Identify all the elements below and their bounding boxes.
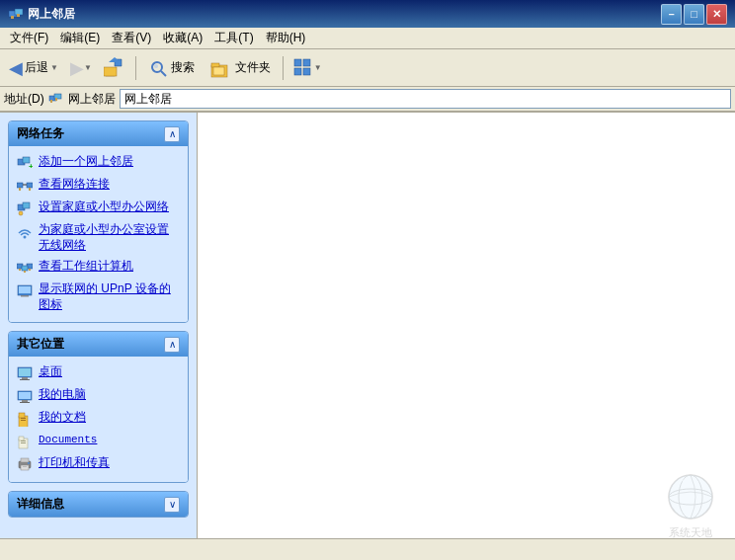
- svg-rect-38: [29, 269, 31, 271]
- svg-rect-13: [213, 67, 224, 75]
- list-item[interactable]: 我的电脑: [13, 385, 184, 406]
- svg-rect-14: [294, 59, 301, 66]
- view-dropdown-icon[interactable]: ▼: [314, 63, 322, 72]
- menu-favorites[interactable]: 收藏(A): [157, 28, 208, 48]
- panel-other-places-header[interactable]: 其它位置 ∧: [9, 332, 188, 357]
- wireless-icon: [17, 223, 33, 239]
- watermark-globe-icon: [666, 472, 715, 521]
- address-network-icon: [48, 91, 64, 107]
- menu-file[interactable]: 文件(F): [4, 28, 54, 48]
- search-button[interactable]: 搜索: [141, 53, 202, 83]
- view-connections-icon: [17, 178, 33, 194]
- menu-help[interactable]: 帮助(H): [260, 28, 312, 48]
- toolbar: ◀ 后退 ▼ ▶ ▼ 搜索 文件夹: [0, 49, 735, 87]
- back-label: 后退: [25, 59, 48, 76]
- svg-rect-28: [19, 188, 21, 191]
- setup-network-icon: [17, 200, 33, 216]
- panel-details-header[interactable]: 详细信息 ∨: [9, 492, 188, 517]
- list-item[interactable]: 为家庭或小型办公室设置无线网络: [13, 220, 184, 255]
- svg-rect-53: [21, 418, 26, 419]
- folders-button[interactable]: 文件夹: [204, 53, 278, 83]
- mycomputer-icon: [17, 388, 33, 404]
- svg-rect-12: [211, 63, 219, 67]
- toolbar-sep-1: [135, 56, 136, 80]
- panel-other-places-title: 其它位置: [17, 336, 64, 353]
- panel-network-tasks-body: + 添加一个网上邻居 查看网络连接: [9, 146, 188, 322]
- title-buttons: － □ ✕: [661, 4, 727, 25]
- list-item[interactable]: 设置家庭或小型办公网络: [13, 198, 184, 218]
- workgroup-icon: [17, 260, 33, 276]
- svg-rect-48: [19, 392, 31, 399]
- window-title: 网上邻居: [28, 6, 661, 23]
- maximize-button[interactable]: □: [684, 4, 704, 25]
- search-label: 搜索: [171, 59, 195, 76]
- svg-rect-44: [19, 368, 31, 376]
- mydocs-icon: [17, 411, 33, 427]
- documents-icon: [17, 434, 33, 449]
- address-value: 网上邻居: [68, 91, 116, 108]
- view-icon: [293, 58, 313, 78]
- svg-rect-17: [303, 68, 310, 75]
- list-item[interactable]: 打印机和传真: [13, 453, 184, 474]
- workgroup-label: 查看工作组计算机: [39, 259, 133, 275]
- svg-rect-46: [20, 379, 30, 380]
- wireless-label: 为家庭或小型办公室设置无线网络: [39, 222, 180, 253]
- list-item[interactable]: + 添加一个网上邻居: [13, 152, 184, 173]
- back-button[interactable]: ◀ 后退 ▼: [4, 53, 63, 83]
- desktop-label: 桌面: [39, 364, 62, 380]
- menu-tools[interactable]: 工具(T): [208, 28, 259, 48]
- svg-rect-31: [23, 202, 30, 208]
- panel-network-tasks-collapse[interactable]: ∧: [164, 126, 180, 142]
- svg-rect-37: [19, 269, 21, 271]
- svg-rect-29: [29, 188, 31, 191]
- list-item[interactable]: 显示联网的 UPnP 设备的图标: [13, 280, 184, 314]
- up-button[interactable]: [99, 53, 130, 83]
- menu-view[interactable]: 查看(V): [106, 28, 157, 48]
- view-button[interactable]: ▼: [288, 53, 327, 83]
- list-item[interactable]: 桌面: [13, 362, 184, 383]
- search-icon: [148, 58, 168, 78]
- address-input-value[interactable]: 网上邻居: [124, 91, 172, 108]
- svg-rect-3: [17, 14, 20, 17]
- svg-rect-2: [11, 16, 14, 19]
- close-button[interactable]: ✕: [706, 4, 727, 25]
- minimize-button[interactable]: －: [661, 4, 682, 25]
- documents-label: Documents: [39, 433, 97, 446]
- panel-details-collapse[interactable]: ∨: [164, 497, 180, 513]
- folders-label: 文件夹: [235, 59, 271, 76]
- list-item[interactable]: 查看网络连接: [13, 175, 184, 196]
- menu-bar: 文件(F) 编辑(E) 查看(V) 收藏(A) 工具(T) 帮助(H): [0, 28, 735, 49]
- status-bar: [0, 538, 735, 560]
- svg-rect-39: [24, 271, 26, 273]
- svg-rect-61: [21, 465, 29, 470]
- panel-network-tasks-header[interactable]: 网络任务 ∧: [9, 121, 188, 146]
- forward-button[interactable]: ▶ ▼: [65, 53, 97, 83]
- printer-icon: [17, 456, 33, 472]
- svg-rect-60: [21, 458, 29, 462]
- forward-dropdown-icon[interactable]: ▼: [84, 63, 92, 72]
- svg-text:+: +: [29, 162, 33, 171]
- list-item[interactable]: 查看工作组计算机: [13, 257, 184, 278]
- add-network-label: 添加一个网上邻居: [39, 154, 133, 170]
- title-bar: 网上邻居 － □ ✕: [0, 0, 735, 28]
- svg-rect-56: [19, 437, 24, 440]
- menu-edit[interactable]: 编辑(E): [54, 28, 106, 48]
- list-item[interactable]: 我的文档: [13, 408, 184, 429]
- svg-rect-58: [21, 442, 26, 443]
- panel-details: 详细信息 ∨: [8, 491, 189, 518]
- panel-other-places-collapse[interactable]: ∧: [164, 337, 180, 353]
- list-item[interactable]: Documents: [13, 431, 184, 451]
- upnp-label: 显示联网的 UPnP 设备的图标: [39, 281, 180, 312]
- toolbar-sep-2: [283, 56, 284, 80]
- svg-rect-5: [104, 67, 117, 76]
- svg-rect-50: [20, 402, 30, 403]
- svg-rect-52: [19, 413, 25, 418]
- svg-rect-45: [22, 377, 28, 379]
- svg-rect-16: [294, 68, 301, 75]
- svg-rect-62: [23, 466, 27, 467]
- address-label: 地址(D): [4, 91, 44, 108]
- svg-rect-21: [55, 98, 57, 101]
- svg-point-32: [19, 211, 23, 215]
- svg-rect-42: [21, 295, 29, 297]
- back-dropdown-icon[interactable]: ▼: [50, 63, 58, 72]
